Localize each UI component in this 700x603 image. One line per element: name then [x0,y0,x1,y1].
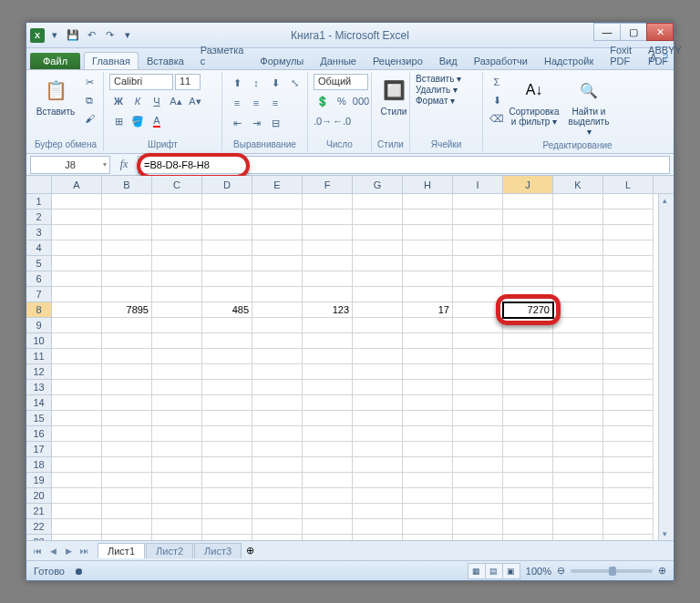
cell-G9[interactable] [353,318,403,333]
cell-C14[interactable] [152,395,202,411]
cell-G18[interactable] [353,457,403,473]
cell-G7[interactable] [353,287,403,302]
cell-I8[interactable] [453,302,503,318]
tab-foxit[interactable]: Foxit PDF [602,41,640,69]
cell-C10[interactable] [152,333,202,349]
cell-C5[interactable] [152,256,202,271]
cell-E10[interactable] [252,333,303,349]
cell-J17[interactable] [503,442,553,457]
cell-E13[interactable] [252,380,303,395]
cell-F4[interactable] [303,240,353,256]
increase-decimal-icon[interactable]: .0→ [314,112,332,130]
sort-filter-button[interactable]: A↓ Сортировка и фильтр ▾ [509,74,560,128]
cell-B6[interactable] [102,271,152,287]
cell-D17[interactable] [202,442,252,457]
view-layout-icon[interactable]: ▤ [485,563,503,579]
cell-L17[interactable] [603,442,654,457]
percent-icon[interactable]: % [333,92,351,110]
sheet-nav-last-icon[interactable]: ⏭ [77,544,91,558]
cell-L15[interactable] [603,411,654,426]
row-header-5[interactable]: 5 [26,256,51,271]
col-header-L[interactable]: L [603,176,654,193]
cell-E4[interactable] [252,240,303,256]
cell-H8[interactable]: 17 [403,302,453,318]
redo-button[interactable]: ↷ [101,27,118,44]
cell-C21[interactable] [152,504,202,519]
fx-button[interactable]: fx [114,156,134,174]
cell-D19[interactable] [202,473,252,488]
align-right-icon[interactable]: ≡ [266,94,284,112]
zoom-slider[interactable] [571,569,653,573]
delete-button[interactable]: Удалить ▾ [416,85,458,95]
row-header-20[interactable]: 20 [26,488,51,504]
cell-J5[interactable] [503,256,553,271]
autosum-icon[interactable]: Σ [489,74,505,90]
cell-D16[interactable] [202,426,252,442]
comma-icon[interactable]: 000 [352,92,370,110]
row-header-19[interactable]: 19 [26,473,51,488]
cell-H14[interactable] [403,395,453,411]
cell-I6[interactable] [453,271,503,287]
decrease-font-icon[interactable]: A▾ [186,92,204,110]
col-header-B[interactable]: B [102,176,152,193]
view-normal-icon[interactable]: ▦ [468,563,486,579]
file-tab[interactable]: Файл [30,53,80,69]
cell-E16[interactable] [252,426,303,442]
cell-A2[interactable] [52,210,102,225]
cell-I13[interactable] [453,380,503,395]
cell-J10[interactable] [503,333,553,349]
cell-A20[interactable] [52,488,102,504]
cell-J20[interactable] [503,488,553,504]
cell-D1[interactable] [202,194,252,210]
cell-I19[interactable] [453,473,503,488]
cell-J14[interactable] [503,395,553,411]
minimize-button[interactable]: — [593,23,621,41]
minimize-ribbon-icon[interactable]: ᐱ [650,52,657,64]
cell-K1[interactable] [553,194,603,210]
underline-button[interactable]: Ч [148,92,166,110]
qat-more-icon[interactable]: ▾ [119,27,136,44]
cell-G10[interactable] [353,333,403,349]
row-header-13[interactable]: 13 [26,380,51,395]
cell-G6[interactable] [353,271,403,287]
cell-C13[interactable] [152,380,202,395]
vertical-scrollbar[interactable] [658,194,674,540]
sheet-nav-prev-icon[interactable]: ◀ [46,544,60,558]
tab-addins[interactable]: Надстройк [536,52,602,69]
cell-J6[interactable] [503,271,553,287]
cell-I15[interactable] [453,411,503,426]
cell-J2[interactable] [503,210,553,225]
cell-B10[interactable] [102,333,152,349]
cell-J13[interactable] [503,380,553,395]
cell-C1[interactable] [152,194,202,210]
cell-C9[interactable] [152,318,202,333]
cell-J9[interactable] [503,318,553,333]
border-button[interactable]: ⊞ [109,112,128,130]
align-middle-icon[interactable]: ↕ [247,74,265,92]
cell-E18[interactable] [252,457,303,473]
cell-D5[interactable] [202,256,252,271]
cell-I20[interactable] [453,488,503,504]
cell-K4[interactable] [553,240,603,256]
orientation-icon[interactable]: ⤡ [285,74,304,92]
increase-font-icon[interactable]: A▴ [167,92,185,110]
cell-E6[interactable] [252,271,303,287]
cell-D15[interactable] [202,411,252,426]
cell-E15[interactable] [252,411,303,426]
tab-review[interactable]: Рецензиро [365,52,431,69]
cell-H19[interactable] [403,473,453,488]
cell-C11[interactable] [152,349,202,364]
cell-B9[interactable] [102,318,152,333]
sheet-tab-1[interactable]: Лист1 [98,543,145,558]
cell-G8[interactable] [353,302,403,318]
currency-icon[interactable]: 💲 [314,92,332,110]
col-header-H[interactable]: H [403,176,453,193]
find-select-button[interactable]: 🔍 Найти и выделить ▾ [563,74,614,138]
align-left-icon[interactable]: ≡ [228,94,246,112]
cell-F9[interactable] [303,318,353,333]
undo-button[interactable]: ↶ [83,27,99,44]
increase-indent-icon[interactable]: ⇥ [247,114,265,132]
cell-G16[interactable] [353,426,403,442]
format-painter-icon[interactable]: 🖌 [81,110,98,127]
cell-A14[interactable] [52,395,102,411]
